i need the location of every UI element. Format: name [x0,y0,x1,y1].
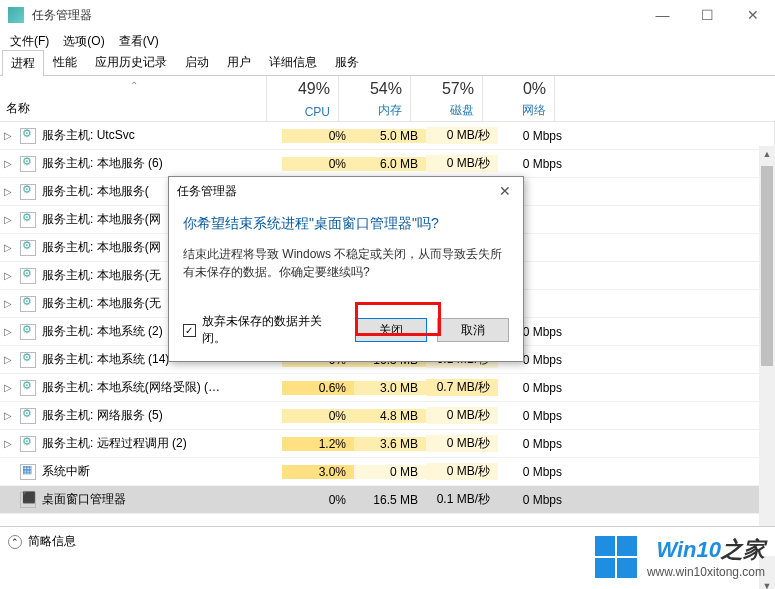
dsk-cell: 0 MB/秒 [426,435,498,452]
maximize-button[interactable]: ☐ [685,0,730,30]
dialog-title: 任务管理器 [177,183,237,200]
watermark-url: www.win10xitong.com [647,565,765,579]
mem-percent: 54% [347,80,402,98]
fewer-details-label[interactable]: 简略信息 [28,533,76,550]
dsk-cell: 0 MB/秒 [426,407,498,424]
dialog-question: 你希望结束系统进程"桌面窗口管理器"吗? [183,215,509,233]
dsk-cell: 0.7 MB/秒 [426,379,498,396]
column-network[interactable]: 0% 网络 [483,76,555,121]
minimize-button[interactable]: — [640,0,685,30]
dialog-close-icon[interactable]: ✕ [495,183,515,199]
watermark-brand: Win10之家 [647,535,765,565]
column-headers: 名称 ⌃ 49% CPU 54% 内存 57% 磁盘 0% 网络 [0,76,775,122]
column-name-label: 名称 [6,100,30,117]
mem-cell: 3.0 MB [354,381,426,395]
dsk-label: 磁盘 [419,102,474,119]
table-row[interactable]: ▷服务主机: UtcSvc0%5.0 MB0 MB/秒0 Mbps [0,122,774,150]
column-disk[interactable]: 57% 磁盘 [411,76,483,121]
close-button[interactable]: ✕ [730,0,775,30]
table-row[interactable]: ▷服务主机: 本地系统(网络受限) (…0.6%3.0 MB0.7 MB/秒0 … [0,374,774,402]
scrollbar-thumb[interactable] [761,166,773,366]
tab-details[interactable]: 详细信息 [260,49,326,75]
confirm-dialog: 任务管理器 ✕ 你希望结束系统进程"桌面窗口管理器"吗? 结束此进程将导致 Wi… [168,176,524,362]
process-icon [20,184,36,200]
dsk-cell: 0 MB/秒 [426,155,498,172]
process-icon [20,380,36,396]
tabs: 进程 性能 应用历史记录 启动 用户 详细信息 服务 [0,52,775,76]
expand-icon[interactable]: ▷ [0,242,16,253]
expand-icon[interactable]: ▷ [0,326,16,337]
expand-icon[interactable]: ▷ [0,158,16,169]
column-cpu[interactable]: 49% CPU [267,76,339,121]
process-icon [20,492,36,508]
dialog-titlebar: 任务管理器 ✕ [169,177,523,205]
mem-cell: 0 MB [354,465,426,479]
process-name: 服务主机: 本地服务 (6) [40,155,282,172]
table-row[interactable]: ▷服务主机: 远程过程调用 (2)1.2%3.6 MB0 MB/秒0 Mbps [0,430,774,458]
process-icon [20,296,36,312]
mem-cell: 5.0 MB [354,129,426,143]
expand-icon[interactable]: ▷ [0,270,16,281]
watermark: Win10之家 www.win10xitong.com [595,535,765,579]
net-cell: 0 Mbps [498,465,570,479]
close-process-button[interactable]: 关闭 [355,318,427,342]
discard-checkbox[interactable]: ✓ 放弃未保存的数据并关闭。 [183,313,345,347]
expand-icon[interactable]: ▷ [0,298,16,309]
dsk-cell: 0 MB/秒 [426,127,498,144]
dsk-percent: 57% [419,80,474,98]
process-icon [20,436,36,452]
tab-app-history[interactable]: 应用历史记录 [86,49,176,75]
tab-performance[interactable]: 性能 [44,49,86,75]
expand-icon[interactable]: ▷ [0,130,16,141]
cpu-percent: 49% [275,80,330,98]
dialog-message: 结束此进程将导致 Windows 不稳定或关闭，从而导致丢失所有未保存的数据。你… [183,245,509,281]
fewer-details-icon[interactable]: ⌃ [8,535,22,549]
expand-icon[interactable]: ▷ [0,186,16,197]
dsk-cell: 0.1 MB/秒 [426,491,498,508]
expand-icon[interactable]: ▷ [0,214,16,225]
tab-startup[interactable]: 启动 [176,49,218,75]
expand-icon[interactable]: ▷ [0,382,16,393]
net-cell: 0 Mbps [498,409,570,423]
tab-services[interactable]: 服务 [326,49,368,75]
expand-icon[interactable]: ▷ [0,354,16,365]
cpu-cell: 1.2% [282,437,354,451]
cpu-cell: 0% [282,157,354,171]
column-memory[interactable]: 54% 内存 [339,76,411,121]
titlebar: 任务管理器 — ☐ ✕ [0,0,775,30]
checkbox-icon: ✓ [183,324,196,337]
mem-cell: 6.0 MB [354,157,426,171]
tab-users[interactable]: 用户 [218,49,260,75]
cpu-cell: 0% [282,493,354,507]
expand-icon[interactable]: ▷ [0,438,16,449]
net-cell: 0 Mbps [498,437,570,451]
net-cell: 0 Mbps [498,493,570,507]
expand-icon[interactable]: ▷ [0,410,16,421]
process-name: 系统中断 [40,463,282,480]
vertical-scrollbar[interactable]: ▲ ▼ [759,146,775,589]
table-row[interactable]: 桌面窗口管理器0%16.5 MB0.1 MB/秒0 Mbps [0,486,774,514]
cpu-cell: 3.0% [282,465,354,479]
mem-cell: 3.6 MB [354,437,426,451]
process-icon [20,464,36,480]
net-cell: 0 Mbps [498,381,570,395]
cpu-label: CPU [275,105,330,119]
table-row[interactable]: ▷服务主机: 网络服务 (5)0%4.8 MB0 MB/秒0 Mbps [0,402,774,430]
process-icon [20,268,36,284]
process-icon [20,156,36,172]
scroll-up-icon[interactable]: ▲ [759,146,775,162]
dsk-cell: 0 MB/秒 [426,463,498,480]
tab-processes[interactable]: 进程 [2,50,44,76]
column-name[interactable]: 名称 ⌃ [0,76,267,121]
table-row[interactable]: 系统中断3.0%0 MB0 MB/秒0 Mbps [0,458,774,486]
table-row[interactable]: ▷服务主机: 本地服务 (6)0%6.0 MB0 MB/秒0 Mbps [0,150,774,178]
process-icon [20,212,36,228]
scroll-down-icon[interactable]: ▼ [759,578,775,589]
net-label: 网络 [491,102,546,119]
process-name: 服务主机: 远程过程调用 (2) [40,435,282,452]
process-icon [20,408,36,424]
sort-indicator-icon: ⌃ [130,76,138,91]
cancel-button[interactable]: 取消 [437,318,509,342]
cpu-cell: 0% [282,409,354,423]
mem-cell: 16.5 MB [354,493,426,507]
